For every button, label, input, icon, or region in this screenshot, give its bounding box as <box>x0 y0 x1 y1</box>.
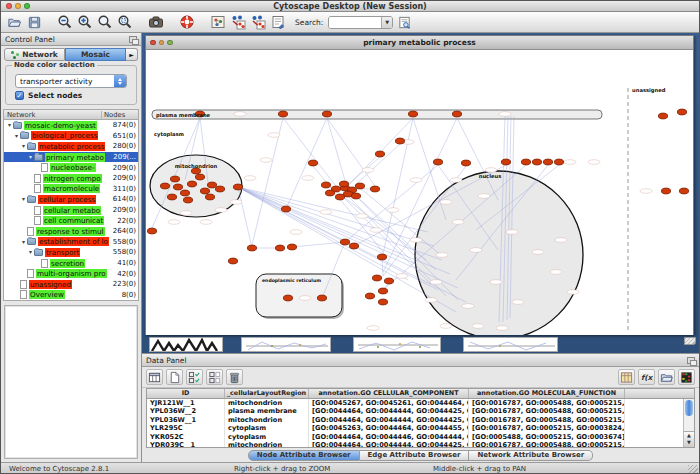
background-window[interactable] <box>463 337 558 352</box>
tree-row[interactable]: Overview8(0) <box>4 290 138 301</box>
expander-arrow-icon[interactable]: ▾ <box>27 152 34 162</box>
expander-arrow-icon[interactable]: ▾ <box>20 237 27 247</box>
graph-node[interactable] <box>147 228 156 234</box>
graph-node[interactable] <box>183 197 192 203</box>
background-window[interactable] <box>149 337 223 352</box>
graph-node[interactable] <box>167 194 176 200</box>
birdseye-view[interactable] <box>4 305 138 459</box>
table-row[interactable]: YLR295Ccytoplasm[GO:0045263, GO:0044464,… <box>147 424 694 433</box>
graph-node[interactable] <box>275 245 284 251</box>
table-cell[interactable]: [GO:0044464, GO:0044444, GO:0044425, G..… <box>309 416 469 425</box>
table-cell[interactable]: [GO:0016787, GO:0005488, GO:0005215, G..… <box>469 407 625 416</box>
table-row[interactable]: YPL036W__2plasma membrane[GO:0044464, GO… <box>147 407 694 416</box>
table-cell[interactable]: [GO:0016787, GO:0005488, GO:0005215, G..… <box>469 399 625 408</box>
zoom-out-icon[interactable] <box>56 13 74 31</box>
attribute-batch-icon[interactable] <box>618 369 635 385</box>
table-cell[interactable]: [GO:0005488, GO:0005215, GO:0003674] <box>469 433 625 442</box>
column-header[interactable]: _cellularLayoutRegion <box>225 389 309 398</box>
column-header[interactable]: annotation.GO MOLECULAR_FUNCTION <box>469 389 625 398</box>
unselect-attributes-icon[interactable] <box>206 369 223 385</box>
tree-row[interactable]: macromolecule311(0) <box>4 184 138 195</box>
tree-column-network[interactable]: Network <box>7 111 101 119</box>
tree-row[interactable]: ▾cellular process614(0) <box>4 194 138 205</box>
resize-grip-icon[interactable] <box>684 337 696 345</box>
graph-node[interactable] <box>281 206 290 212</box>
hide-selected-icon[interactable] <box>229 13 247 31</box>
table-cell[interactable]: cytoplasm <box>225 433 309 442</box>
graph-edge[interactable] <box>327 118 375 186</box>
graph-node[interactable] <box>195 174 204 180</box>
graph-edge[interactable] <box>352 144 400 188</box>
graph-node[interactable] <box>378 299 387 305</box>
table-cell[interactable]: YDR039C__1 <box>147 441 225 448</box>
select-attributes-icon[interactable] <box>186 369 203 385</box>
graph-node[interactable] <box>200 188 209 194</box>
tree-row[interactable]: ▾metabolic process280(0) <box>4 141 138 152</box>
tab-network[interactable]: Network <box>4 48 65 61</box>
float-panel-icon[interactable] <box>687 357 695 364</box>
tree-row[interactable]: ▾primary metabo209(... <box>4 152 138 163</box>
graph-node[interactable] <box>173 184 182 190</box>
graph-node[interactable] <box>170 176 179 182</box>
table-cell[interactable]: plasma membrane <box>225 407 309 416</box>
graph-node[interactable] <box>452 111 461 117</box>
table-cell[interactable]: mitochondrion <box>225 399 309 408</box>
zoom-selected-icon[interactable] <box>116 13 134 31</box>
graph-node[interactable] <box>278 111 287 117</box>
graph-node[interactable] <box>554 159 563 165</box>
graph-node[interactable] <box>339 181 348 187</box>
tab-edge-attribute-browser[interactable]: Edge Attribute Browser <box>360 450 470 461</box>
column-header[interactable]: ID <box>147 389 225 398</box>
new-attribute-icon[interactable] <box>166 369 183 385</box>
expander-arrow-icon[interactable]: ▾ <box>27 247 34 257</box>
table-scrollbar[interactable]: ▲▼ <box>683 399 694 448</box>
tree-row[interactable]: cellular metabo209(0) <box>4 205 138 216</box>
scrollbar-thumb[interactable] <box>685 400 693 416</box>
float-panel-icon[interactable] <box>129 36 137 43</box>
expander-arrow-icon[interactable]: ▾ <box>6 120 13 130</box>
tree-row[interactable]: cell communicat22(0) <box>4 215 138 226</box>
graph-node[interactable] <box>321 182 330 188</box>
function-builder-icon[interactable]: f(x) <box>638 369 655 385</box>
graph-edge[interactable] <box>327 118 348 191</box>
chevron-down-icon[interactable]: ▼ <box>381 16 392 29</box>
background-window[interactable] <box>353 337 441 352</box>
graph-node[interactable] <box>322 111 331 117</box>
graph-node[interactable] <box>180 190 189 196</box>
help-ring-icon[interactable] <box>178 13 196 31</box>
graph-edge[interactable] <box>286 118 327 209</box>
table-cell[interactable]: [GO:0044464, GO:0044444, GO:0044425, G..… <box>309 441 469 448</box>
graph-node[interactable] <box>365 293 374 299</box>
table-cell[interactable]: [GO:0016787, GO:0005215, GO:0003824, G..… <box>469 424 625 433</box>
table-cell[interactable]: [GO:0016787, GO:0005488, GO:0005215, G..… <box>469 416 625 425</box>
graph-node[interactable] <box>679 188 688 194</box>
table-cell[interactable]: YJR121W__1 <box>147 399 225 408</box>
table-cell[interactable]: cytoplasm <box>225 424 309 433</box>
expander-arrow-icon[interactable]: ▾ <box>20 141 27 151</box>
show-selected-icon[interactable] <box>249 13 267 31</box>
graph-node[interactable] <box>375 151 384 157</box>
graph-node[interactable] <box>543 159 552 165</box>
graph-node[interactable] <box>377 254 386 260</box>
tree-row[interactable]: secretion41(0) <box>4 258 138 269</box>
search-input[interactable] <box>329 17 381 28</box>
background-window[interactable] <box>241 337 331 352</box>
table-row[interactable]: YJR121W__1mitochondrion[GO:0045267, GO:0… <box>147 399 694 408</box>
expander-arrow-icon[interactable]: ▾ <box>20 194 27 204</box>
table-cell[interactable]: YLR295C <box>147 424 225 433</box>
expander-arrow-icon[interactable]: ▾ <box>13 131 20 141</box>
network-canvas-svg[interactable]: plasma membranecytoplasmmitochondrionnuc… <box>146 50 695 335</box>
attribute-table-icon[interactable] <box>146 369 163 385</box>
window-resize-grip[interactable] <box>688 465 698 474</box>
tree-row[interactable]: unassigned223(0) <box>4 279 138 290</box>
graph-node[interactable] <box>340 239 349 245</box>
graph-node[interactable] <box>233 184 242 190</box>
table-cell[interactable]: mitochondrion <box>225 441 309 448</box>
graph-node[interactable] <box>317 295 326 301</box>
graph-node[interactable] <box>433 159 442 165</box>
tree-row[interactable]: ▾transport558(0) <box>4 247 138 258</box>
window-titlebar[interactable]: Cytoscape Desktop (New Session) <box>1 1 699 12</box>
table-cell[interactable]: YPL036W__1 <box>147 416 225 425</box>
save-icon[interactable] <box>25 13 43 31</box>
delete-attribute-icon[interactable] <box>226 369 243 385</box>
